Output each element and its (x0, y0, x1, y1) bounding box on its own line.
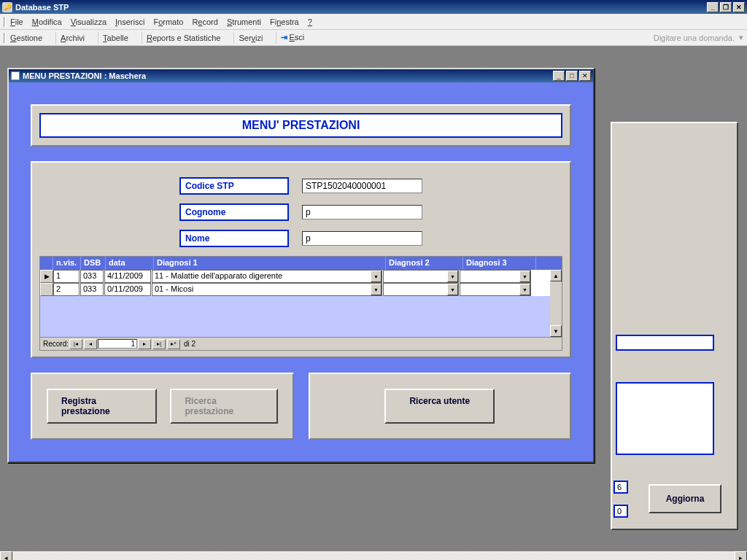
menu-record[interactable]: Record (192, 18, 217, 26)
minimize-button[interactable]: _ (707, 2, 719, 12)
cognome-value[interactable]: p (302, 205, 422, 219)
record-navigator: Record: |◂ ◂ ▸ ▸| ▸* di 2 (40, 337, 562, 350)
tool-tabelle[interactable]: Tabelle (103, 34, 128, 42)
cell-nvis[interactable]: 1 (53, 270, 80, 283)
scroll-track[interactable] (12, 551, 735, 560)
left-button-panel: Registra prestazione Ricerca prestazione (31, 373, 294, 440)
child-window: MENU PRESTAZIONI : Maschera _ □ ✕ MENU' … (7, 68, 595, 463)
menu-help[interactable]: ? (308, 18, 312, 26)
row-selector-icon[interactable]: ▶ (40, 270, 53, 283)
tool-archivi[interactable]: Archivi (61, 34, 85, 42)
right-button-panel: Ricerca utente (309, 373, 572, 440)
ricerca-prestazione-button[interactable]: Ricerca prestazione (170, 389, 277, 424)
codice-value[interactable]: STP1502040000001 (302, 179, 422, 193)
toolbar: Gestione Archivi Tabelle Reports e Stati… (0, 30, 747, 46)
menu-inserisci[interactable]: Inserisci (115, 18, 144, 26)
mdi-area: 6 0 Aggiorna MENU PRESTAZIONI : Maschera… (0, 46, 747, 560)
chevron-down-icon[interactable]: ▼ (371, 271, 382, 282)
grid-vscroll[interactable]: ▲ ▼ (550, 270, 562, 337)
toolbar-grip (4, 33, 6, 43)
title-panel: MENU' PRESTAZIONI (31, 104, 571, 147)
tool-esci[interactable]: ⇥Esci (281, 33, 304, 42)
menu-file[interactable]: File (10, 18, 23, 26)
cell-d2[interactable]: ▼ (383, 283, 459, 296)
tool-gestione[interactable]: Gestione (10, 34, 42, 42)
table-row[interactable]: ▶ 1 033 4/11/2009 11 - Malattie dell'app… (40, 270, 562, 283)
bg-field-1 (616, 335, 714, 351)
aggiorna-button[interactable]: Aggiorna (649, 484, 721, 513)
menu-modifica[interactable]: Modifica (32, 18, 62, 26)
record-total: di 2 (184, 340, 196, 348)
cognome-label: Cognome (179, 203, 289, 221)
child-title: MENU PRESTAZIONI : Maschera (23, 71, 146, 80)
menu-visualizza[interactable]: Visualizza (71, 18, 107, 26)
form-icon (11, 71, 20, 80)
col-nvis: n.vis. (53, 257, 81, 270)
prestazioni-grid: n.vis. DSB data Diagnosi 1 Diagnosi 2 Di… (39, 256, 562, 351)
bg-field-2 (616, 382, 714, 455)
tool-servizi[interactable]: Servizi (239, 34, 263, 42)
chevron-down-icon[interactable]: ▼ (447, 284, 458, 295)
chevron-down-icon[interactable]: ▼ (519, 271, 530, 282)
child-maximize-button[interactable]: □ (566, 71, 578, 81)
ricerca-utente-button[interactable]: Ricerca utente (384, 389, 495, 424)
nome-value[interactable]: p (302, 231, 422, 246)
menu-strumenti[interactable]: Strumenti (227, 18, 261, 26)
nav-first-button[interactable]: |◂ (69, 339, 82, 349)
chevron-down-icon[interactable]: ▼ (447, 271, 458, 282)
col-d2: Diagnosi 2 (386, 257, 463, 270)
background-window: 6 0 Aggiorna (611, 122, 738, 530)
cell-d3[interactable]: ▼ (460, 283, 531, 296)
nav-prev-button[interactable]: ◂ (84, 339, 97, 349)
cell-d1[interactable]: 11 - Malattie dell'apparato digerente▼ (152, 270, 382, 283)
main-menubar: File Modifica Visualizza Inserisci Forma… (0, 14, 747, 30)
cell-dsb[interactable]: 033 (80, 283, 104, 296)
scroll-down-icon[interactable]: ▼ (550, 325, 562, 337)
nav-next-button[interactable]: ▸ (138, 339, 151, 349)
nav-new-button[interactable]: ▸* (167, 339, 180, 349)
row-selector-icon[interactable] (40, 283, 53, 296)
bg-value-2: 0 (614, 505, 628, 518)
cell-d3[interactable]: ▼ (460, 270, 531, 283)
app-titlebar: 🔑 Database STP _ ❐ ✕ (0, 0, 747, 14)
exit-icon: ⇥ (281, 33, 287, 42)
scroll-left-icon[interactable]: ◂ (0, 551, 12, 560)
button-row: Registra prestazione Ricerca prestazione… (31, 373, 571, 440)
col-d1: Diagnosi 1 (154, 257, 386, 270)
scroll-up-icon[interactable]: ▲ (550, 270, 562, 281)
child-close-button[interactable]: ✕ (579, 71, 591, 81)
cell-nvis[interactable]: 2 (53, 283, 80, 296)
codice-label: Codice STP (179, 177, 289, 195)
cell-d1[interactable]: 01 - Micosi▼ (152, 283, 382, 296)
chevron-down-icon[interactable]: ▼ (371, 284, 382, 295)
grid-header: n.vis. DSB data Diagnosi 1 Diagnosi 2 Di… (40, 257, 562, 270)
help-hint[interactable]: Digitare una domanda. (654, 34, 735, 42)
col-dsb: DSB (81, 257, 106, 270)
cell-data[interactable]: 0/11/2009 (104, 283, 151, 296)
table-row[interactable]: 2 033 0/11/2009 01 - Micosi▼ ▼ ▼ (40, 283, 562, 296)
restore-button[interactable]: ❐ (720, 2, 732, 12)
nav-last-button[interactable]: ▸| (152, 339, 166, 349)
child-minimize-button[interactable]: _ (553, 71, 565, 81)
close-button[interactable]: ✕ (733, 2, 745, 12)
mdi-hscroll[interactable]: ◂ ▸ (0, 551, 747, 560)
cell-data[interactable]: 4/11/2009 (104, 270, 151, 283)
col-data: data (106, 257, 154, 270)
col-d3: Diagnosi 3 (463, 257, 536, 270)
cell-d2[interactable]: ▼ (383, 270, 459, 283)
menu-finestra[interactable]: Finestra (270, 18, 299, 26)
tool-reports[interactable]: Reports e Statistiche (147, 34, 221, 42)
scroll-right-icon[interactable]: ▸ (735, 551, 747, 560)
record-current-input[interactable] (98, 339, 137, 349)
child-titlebar: MENU PRESTAZIONI : Maschera _ □ ✕ (9, 69, 593, 82)
registra-button[interactable]: Registra prestazione (47, 389, 157, 424)
grid-body: ▶ 1 033 4/11/2009 11 - Malattie dell'app… (40, 270, 562, 337)
menubar-grip (4, 17, 6, 27)
cell-dsb[interactable]: 033 (80, 270, 104, 283)
app-icon: 🔑 (2, 2, 12, 12)
page-heading: MENU' PRESTAZIONI (39, 113, 562, 138)
nome-label: Nome (179, 230, 289, 247)
chevron-down-icon[interactable]: ▼ (519, 284, 530, 295)
menu-formato[interactable]: Formato (153, 18, 183, 26)
record-label: Record: (43, 340, 69, 348)
